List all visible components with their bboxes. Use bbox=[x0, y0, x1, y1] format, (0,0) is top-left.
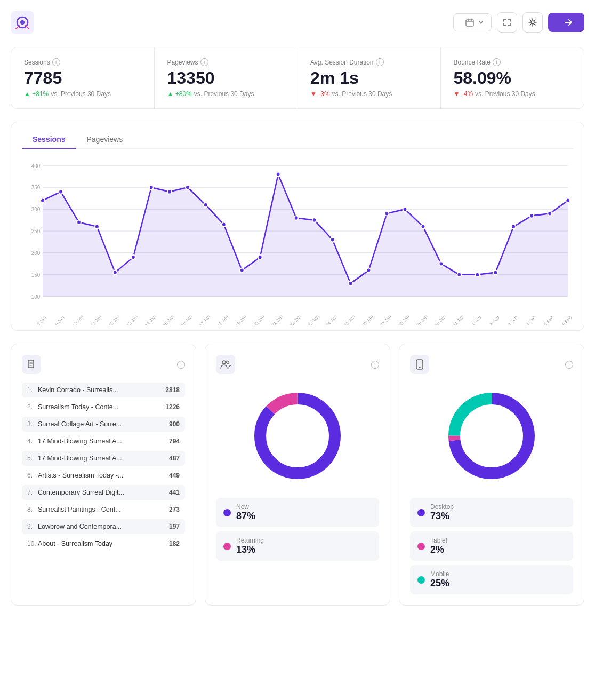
page-item: 9. Lowbrow and Contempora... 197 bbox=[22, 519, 185, 534]
device-icon bbox=[410, 355, 429, 374]
svg-text:5 Feb: 5 Feb bbox=[543, 314, 554, 325]
logo-icon bbox=[11, 11, 34, 34]
visitors-header: i bbox=[216, 355, 379, 374]
svg-text:6 Feb: 6 Feb bbox=[561, 314, 573, 325]
stat-value: 13350 bbox=[167, 68, 285, 88]
device-legend-item: Desktop 73% bbox=[410, 498, 573, 527]
legend-value: 73% bbox=[430, 511, 454, 522]
svg-point-52 bbox=[511, 225, 516, 229]
stat-value: 58.09% bbox=[454, 68, 572, 88]
page-name: Lowbrow and Contempora... bbox=[38, 523, 169, 530]
svg-point-36 bbox=[222, 222, 226, 227]
stat-info-icon: i bbox=[200, 58, 208, 66]
visitors-icon bbox=[216, 355, 235, 374]
svg-text:28 Jan: 28 Jan bbox=[397, 314, 410, 325]
page-rank: 1. bbox=[27, 386, 38, 394]
svg-point-26 bbox=[41, 198, 45, 203]
svg-text:22 Jan: 22 Jan bbox=[288, 314, 301, 325]
svg-point-29 bbox=[95, 225, 99, 229]
stat-change: ▲ +80% vs. Previous 30 Days bbox=[167, 90, 285, 98]
svg-point-9 bbox=[531, 21, 534, 24]
chart-tab-pageviews[interactable]: Pageviews bbox=[76, 131, 133, 149]
expand-button[interactable] bbox=[497, 12, 517, 33]
svg-text:30 Jan: 30 Jan bbox=[433, 314, 446, 325]
stat-label: Sessions i bbox=[24, 58, 141, 66]
device-donut bbox=[410, 383, 573, 489]
info-icon-3: i bbox=[565, 361, 573, 369]
svg-point-41 bbox=[312, 218, 317, 222]
stat-label: Bounce Rate i bbox=[454, 58, 572, 66]
top-pages-header: i bbox=[22, 355, 185, 374]
page-rank: 4. bbox=[27, 438, 38, 445]
svg-text:27 Jan: 27 Jan bbox=[379, 314, 392, 325]
svg-text:300: 300 bbox=[31, 206, 41, 212]
chart-section: SessionsPageviews 1001502002503003504008… bbox=[11, 122, 584, 331]
svg-point-48 bbox=[439, 261, 444, 266]
stat-change: ▼ -3% vs. Previous 30 Days bbox=[310, 90, 428, 98]
page-views: 900 bbox=[169, 420, 180, 428]
page-views: 449 bbox=[169, 472, 180, 479]
page-rank: 2. bbox=[27, 403, 38, 411]
page-views: 2818 bbox=[165, 386, 180, 394]
device-legend-item: Mobile 25% bbox=[410, 565, 573, 594]
page-views: 794 bbox=[169, 438, 180, 445]
page-views: 487 bbox=[169, 455, 180, 462]
stat-label: Pageviews i bbox=[167, 58, 285, 66]
svg-text:31 Jan: 31 Jan bbox=[452, 314, 464, 325]
view-all-button[interactable] bbox=[548, 13, 584, 32]
expand-icon bbox=[503, 18, 511, 27]
svg-text:13 Jan: 13 Jan bbox=[126, 314, 139, 325]
page-views: 197 bbox=[169, 523, 180, 530]
page-name: Artists - Surrealism Today -... bbox=[38, 472, 169, 479]
stat-value: 2m 1s bbox=[310, 68, 428, 88]
svg-text:150: 150 bbox=[31, 272, 41, 278]
svg-point-2 bbox=[20, 20, 25, 25]
page-views: 273 bbox=[169, 506, 180, 513]
svg-point-47 bbox=[421, 225, 425, 229]
legend-label: Tablet bbox=[430, 537, 447, 544]
page-rank: 9. bbox=[27, 523, 38, 530]
page: Sessions i 7785 ▲ +81% vs. Previous 30 D… bbox=[0, 0, 595, 700]
chart-tabs: SessionsPageviews bbox=[22, 131, 573, 149]
svg-text:11 Jan: 11 Jan bbox=[90, 314, 102, 325]
chart-tab-sessions[interactable]: Sessions bbox=[22, 131, 76, 149]
legend-label: Mobile bbox=[430, 570, 449, 578]
people-icon bbox=[220, 360, 231, 369]
svg-text:10 Jan: 10 Jan bbox=[71, 314, 84, 325]
page-item: 5. 17 Mind-Blowing Surreal A... 487 bbox=[22, 451, 185, 466]
page-name: Contemporary Surreal Digit... bbox=[38, 489, 169, 496]
page-item: 3. Surreal Collage Art - Surre... 900 bbox=[22, 417, 185, 432]
date-range-button[interactable] bbox=[453, 13, 492, 31]
legend-dot bbox=[417, 509, 425, 516]
legend-value: 2% bbox=[430, 544, 447, 555]
svg-text:100: 100 bbox=[31, 294, 41, 300]
svg-text:2 Feb: 2 Feb bbox=[488, 314, 500, 325]
stat-change: ▼ -4% vs. Previous 30 Days bbox=[454, 90, 572, 98]
svg-text:18 Jan: 18 Jan bbox=[216, 314, 229, 325]
svg-point-50 bbox=[475, 273, 479, 277]
svg-text:4 Feb: 4 Feb bbox=[525, 314, 536, 325]
svg-point-43 bbox=[349, 281, 353, 286]
visitor-legend-item: Returning 13% bbox=[216, 531, 379, 561]
visitor-legend-item: New 87% bbox=[216, 498, 379, 527]
page-rank: 8. bbox=[27, 506, 38, 513]
legend-text: Tablet 2% bbox=[430, 537, 447, 555]
page-item: 4. 17 Mind-Blowing Surreal A... 794 bbox=[22, 434, 185, 449]
svg-point-91 bbox=[227, 361, 229, 364]
legend-text: Returning 13% bbox=[236, 537, 264, 555]
gear-icon bbox=[528, 18, 537, 27]
svg-text:20 Jan: 20 Jan bbox=[253, 314, 266, 325]
page-name: 17 Mind-Blowing Surreal A... bbox=[38, 438, 169, 445]
svg-text:19 Jan: 19 Jan bbox=[235, 314, 247, 325]
legend-text: Desktop 73% bbox=[430, 503, 454, 522]
settings-button[interactable] bbox=[522, 12, 543, 33]
legend-label: Desktop bbox=[430, 503, 454, 511]
page-name: Surreal Collage Art - Surre... bbox=[38, 420, 169, 428]
svg-point-51 bbox=[493, 270, 497, 275]
page-views: 182 bbox=[169, 540, 180, 547]
page-rank: 10. bbox=[27, 540, 38, 547]
device-legend-item: Tablet 2% bbox=[410, 531, 573, 561]
legend-value: 25% bbox=[430, 578, 449, 589]
page-name: Surrealist Paintings - Cont... bbox=[38, 506, 169, 513]
svg-point-54 bbox=[548, 211, 552, 216]
